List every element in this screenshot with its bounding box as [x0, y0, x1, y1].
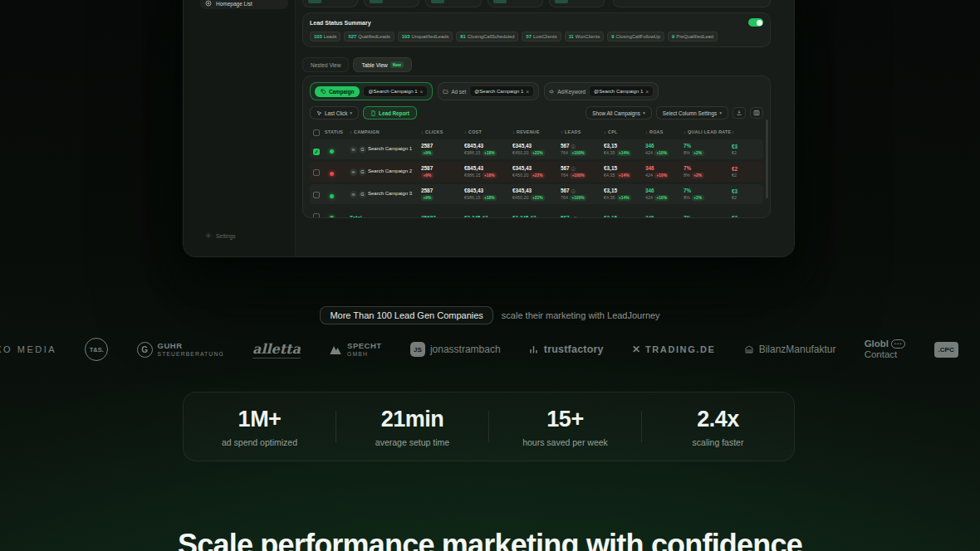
leads-cell: 567ⓘ764+100%: [561, 165, 604, 178]
lead-report-button[interactable]: Lead Report: [363, 106, 417, 119]
campaign-name[interactable]: Search Campaign 2: [368, 168, 414, 174]
campaign-filter-chip[interactable]: @Search Campaign 1×: [363, 85, 428, 97]
meta-icon: ∞: [350, 146, 357, 154]
sidebar-item-label: Settings: [216, 233, 236, 239]
metric-card[interactable]: [549, 0, 605, 7]
status-dot-active: [330, 216, 334, 218]
sidebar-item-label: Homepage List: [216, 1, 252, 7]
lead-status-summary-card: Lead Status Summary 103Leads 527Qualifie…: [302, 12, 771, 47]
card-title: Lead Status Summary: [310, 20, 371, 26]
status-badge[interactable]: 103Leads: [310, 32, 341, 41]
sidebar-item-settings[interactable]: Settings: [200, 230, 288, 241]
metric-card[interactable]: [302, 0, 358, 7]
adkeyword-filter-chip[interactable]: @Search Campaign 1×: [589, 85, 654, 97]
metric-badge: [431, 0, 444, 3]
metric-card-wide[interactable]: [613, 0, 771, 7]
lead-status-badges: 103Leads 527QualifiedLeads 103Unqualifie…: [310, 32, 763, 41]
close-icon[interactable]: ×: [526, 89, 529, 95]
roas-cell: 346424+10%: [645, 165, 684, 178]
adset-filter-group: Ad set @Search Campaign 1×: [438, 82, 539, 100]
tab-nested-view[interactable]: Nested View: [302, 57, 349, 72]
select-all-checkbox[interactable]: [313, 129, 320, 136]
metric-badge: [493, 0, 507, 3]
revenue-cell: €345,43€450,20+22%: [512, 188, 561, 201]
revenue-cell: €345,43€450,20+22%: [512, 165, 561, 178]
page-headline: Scale performance marketing with confide…: [0, 528, 980, 551]
extra-cell: €3€2: [732, 144, 752, 156]
column-header-campaign[interactable]: ↕CAMPAIGN: [350, 129, 421, 134]
sort-icon: ↓: [421, 129, 424, 134]
column-header-cpl[interactable]: ↓CPL: [604, 129, 645, 134]
adset-filter-chip[interactable]: @Search Campaign 1×: [469, 85, 534, 97]
status-badge[interactable]: 9ClosingCallFollowUp: [607, 32, 664, 41]
column-header-quali-lead-rate[interactable]: ↓QUALI LEAD RATE: [684, 129, 732, 134]
tab-table-view[interactable]: Table ViewNew: [353, 57, 412, 72]
logo-ts: T&S.: [85, 338, 108, 361]
stat-hours-saved: 15+ hours saved per week: [489, 407, 641, 447]
table-row[interactable]: ✓ ∞ G Search Campaign 1 2587+9% €845,43€…: [310, 139, 763, 159]
status-badge[interactable]: 103UnqualifiedLeads: [398, 32, 453, 41]
stat-scaling: 2.4x scaling faster: [642, 407, 794, 447]
status-badge[interactable]: 11WonClients: [565, 32, 605, 41]
adkeyword-filter-label: Ad/Keyword: [549, 89, 586, 95]
campaign-filter-group: Campaign @Search Campaign 1×: [310, 82, 433, 100]
cpl-cell: €3,15€4,35+14%: [604, 143, 645, 156]
cost-cell: €845,43€986,15+18%: [464, 165, 512, 178]
columns-icon: [753, 110, 760, 116]
metric-card[interactable]: [488, 0, 543, 7]
status-badge[interactable]: 9PreQualifiedLead: [668, 32, 718, 41]
show-all-campaigns-select[interactable]: Show All Campaigns▾: [586, 106, 652, 119]
x-mark-icon: ✕: [632, 344, 640, 355]
close-icon[interactable]: ×: [645, 89, 649, 95]
metric-card[interactable]: [425, 0, 481, 7]
metric-cards-row: [302, 0, 771, 7]
sort-icon: ↕: [350, 129, 352, 134]
dashboard-frame: Homepage List Settings Lead Status Summa…: [183, 0, 795, 257]
clicks-cell: 2587+9%: [421, 165, 464, 178]
dashboard-preview: Homepage List Settings Lead Status Summa…: [183, 0, 795, 257]
column-header-status[interactable]: STATUS: [325, 129, 350, 134]
status-badge[interactable]: 81ClosingCallScheduled: [456, 32, 518, 41]
google-icon: G: [359, 168, 366, 176]
close-icon[interactable]: ×: [420, 89, 424, 95]
scrollbar[interactable]: [766, 119, 768, 198]
row-checkbox[interactable]: ✓: [313, 149, 320, 155]
column-header-cost[interactable]: ↓COST: [464, 129, 512, 134]
download-button[interactable]: [733, 107, 746, 119]
table-row[interactable]: ∞ G Search Campaign 3 2587+9% €845,43€98…: [310, 184, 763, 204]
sort-icon: ↓: [645, 129, 648, 134]
column-header-extra[interactable]: ↕: [732, 129, 752, 134]
metric-card[interactable]: [364, 0, 419, 7]
columns-button[interactable]: [750, 107, 763, 119]
view-tabs: Nested View Table ViewNew: [302, 57, 412, 72]
summary-toggle[interactable]: [748, 18, 763, 27]
cpl-cell: €3,15€4,35+14%: [604, 188, 645, 201]
guhr-g-icon: G: [137, 342, 153, 358]
column-header-leads[interactable]: ↑LEADS: [561, 129, 604, 134]
column-header-roas[interactable]: ↓ROAS: [645, 129, 684, 134]
status-badge[interactable]: 57LostClients: [522, 32, 561, 41]
info-icon: ⓘ: [571, 144, 576, 149]
extra-cell: €2€2: [732, 166, 752, 178]
column-header-revenue[interactable]: ↓REVENUE: [512, 129, 561, 134]
attribution-dropdown[interactable]: Last Click ▾: [310, 106, 359, 119]
row-checkbox[interactable]: [313, 213, 320, 218]
google-icon: G: [359, 191, 366, 198]
roas-cell: 346424+10%: [645, 143, 684, 156]
lead-report-card: Campaign @Search Campaign 1× Ad set @Sea…: [302, 76, 771, 218]
campaign-filter-button[interactable]: Campaign: [315, 86, 360, 97]
proof-badge: More Than 100 Lead Gen Companies: [320, 306, 492, 324]
stats-panel: 1M+ ad spend optimized 21min average set…: [183, 392, 795, 461]
column-settings-select[interactable]: Select Column Settings▾: [656, 106, 728, 119]
campaign-name[interactable]: Search Campaign 1: [368, 146, 414, 152]
status-badge[interactable]: 527QualifiedLeads: [344, 32, 394, 41]
row-checkbox[interactable]: [313, 169, 320, 176]
row-checkbox[interactable]: [313, 192, 320, 198]
sidebar-item-homepage-list[interactable]: Homepage List: [200, 0, 288, 9]
status-dot-active: [330, 194, 334, 198]
campaign-name[interactable]: Search Campaign 3: [368, 191, 414, 197]
table-row[interactable]: ∞ G Search Campaign 2 2587+9% €845,43€98…: [310, 162, 763, 182]
column-header-clicks[interactable]: ↓CLICKS: [421, 129, 464, 134]
metric-badge: [370, 0, 383, 3]
sort-icon: ↓: [512, 129, 515, 134]
